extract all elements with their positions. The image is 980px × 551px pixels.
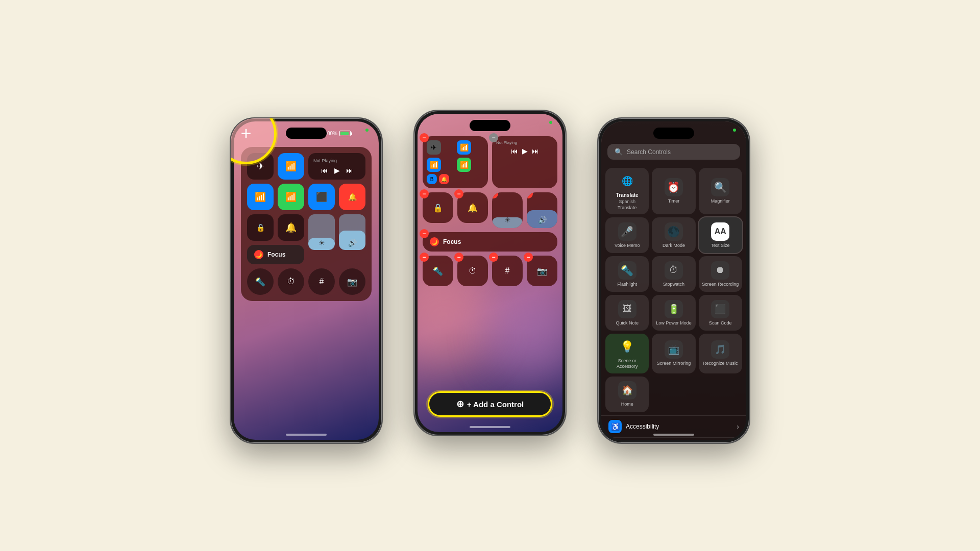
bottom-nav-row: ⊕ ⊞ 🔒 ⬛	[601, 437, 746, 440]
play-btn[interactable]: ▶	[334, 166, 340, 174]
accessibility-icon: ♿	[608, 420, 622, 433]
next-btn[interactable]: ⏭	[346, 166, 353, 174]
timer-label: Timer	[668, 198, 680, 204]
magnifier-item[interactable]: 🔍 Magnifier	[699, 168, 742, 214]
flashlight-btn[interactable]: 🔦	[247, 268, 274, 295]
status-dot-2	[549, 121, 552, 124]
translate-sub: Spanish	[619, 199, 635, 204]
remove-bright-btn[interactable]: −	[492, 192, 498, 198]
search-placeholder: Search Controls	[627, 148, 671, 156]
scan-code-item[interactable]: ⬛ Scan Code	[699, 295, 742, 331]
timer-edit: −⏱	[457, 256, 488, 286]
media-player: Not Playing ⏮ ▶ ⏭	[308, 153, 365, 180]
stopwatch-label: Stopwatch	[663, 282, 684, 287]
translate-icon: 🌐	[618, 172, 636, 190]
mute-btn[interactable]: 🔔	[339, 184, 365, 210]
timer-icon: ⏰	[665, 178, 683, 196]
remove-fl-btn[interactable]: −	[420, 253, 429, 262]
timer-item[interactable]: ⏰ Timer	[652, 168, 695, 214]
voice-memo-icon: 🎤	[618, 222, 636, 241]
search-controls-panel: 🔍 Search Controls 🌐 Translate Spanish Tr…	[601, 121, 746, 440]
wifi-btn[interactable]: 📶	[247, 184, 274, 210]
phone-2: − ✈ 📶 📶 📶 B 🔔 − Not Playing	[413, 110, 567, 436]
dark-mode-label: Dark Mode	[663, 243, 685, 248]
flashlight-icon: 🔦	[618, 261, 636, 280]
translate-name: Translate	[616, 192, 639, 198]
recognize-music-label: Recognize Music	[703, 361, 738, 366]
magnifier-label: Magnifier	[711, 198, 730, 204]
scene-accessory-item[interactable]: 💡 Scene or Accessory	[605, 334, 649, 373]
screen-recording-icon: ⏺	[711, 261, 729, 280]
remove-vol-btn[interactable]: −	[527, 192, 533, 198]
focus-edit: − 🌙 Focus	[423, 232, 557, 252]
translate-item[interactable]: 🌐 Translate Spanish Translate	[605, 168, 649, 214]
flashlight-label: Flashlight	[617, 282, 637, 287]
magnifier-icon: 🔍	[711, 178, 729, 196]
text-size-item[interactable]: AA Text Size	[699, 217, 742, 253]
media-card: − Not Playing ⏮▶⏭	[492, 136, 557, 188]
remove-bell-btn[interactable]: −	[454, 189, 463, 198]
focus-label-2: Focus	[443, 238, 461, 245]
screen-recording-item[interactable]: ⏺ Screen Recording	[699, 256, 742, 292]
brightness-slider[interactable]: ☀	[308, 214, 335, 250]
timer-btn[interactable]: ⏱	[278, 268, 304, 295]
dynamic-island-3	[653, 128, 694, 139]
text-size-icon: AA	[711, 222, 729, 241]
bell-edit: −🔔	[457, 192, 488, 223]
screen-mirroring-item[interactable]: 📺 Screen Mirroring	[652, 334, 695, 373]
stopwatch-item[interactable]: ⏱ Stopwatch	[652, 256, 695, 292]
remove-media-btn[interactable]: −	[489, 133, 498, 142]
prev-btn[interactable]: ⏮	[321, 166, 328, 174]
wifi-calling-btn[interactable]: 📶	[278, 153, 304, 180]
voice-memo-item[interactable]: 🎤 Voice Memo	[605, 217, 649, 253]
dark-mode-item[interactable]: 🌑 Dark Mode	[652, 217, 695, 253]
fl-edit: −🔦	[423, 256, 453, 286]
home-item[interactable]: 🏠 Home	[605, 377, 649, 412]
focus-btn[interactable]: 🌙 Focus	[247, 245, 304, 264]
dynamic-island	[286, 128, 327, 139]
accessibility-label: Accessibility	[626, 423, 659, 430]
camera-btn[interactable]: 📷	[339, 268, 365, 295]
volume-slider[interactable]: 🔊	[339, 214, 365, 250]
not-playing-2: Not Playing	[496, 140, 553, 145]
status-dot	[365, 129, 369, 132]
calc-edit: −#	[492, 256, 523, 286]
flashlight-item[interactable]: 🔦 Flashlight	[605, 256, 649, 292]
signal-btn[interactable]: 📶	[278, 184, 304, 210]
dynamic-island-2	[470, 120, 510, 131]
remove-cam-btn[interactable]: −	[524, 253, 533, 262]
quick-note-icon: 🖼	[618, 300, 636, 318]
wifi-calling-icon: 📶	[457, 140, 471, 155]
remove-focus-btn[interactable]: −	[420, 229, 429, 238]
status-dot-3	[733, 129, 736, 132]
bell-btn[interactable]: 🔔	[278, 214, 304, 241]
remove-calc-btn[interactable]: −	[489, 253, 498, 262]
scan-code-label: Scan Code	[709, 320, 732, 326]
search-bar[interactable]: 🔍 Search Controls	[607, 144, 740, 160]
quick-note-item[interactable]: 🖼 Quick Note	[605, 295, 649, 331]
remove-timer-btn[interactable]: −	[454, 253, 463, 262]
remove-rot-btn[interactable]: −	[420, 189, 429, 198]
low-power-item[interactable]: 🔋 Low Power Mode	[652, 295, 695, 331]
dark-mode-icon: 🌑	[665, 222, 683, 241]
quick-note-label: Quick Note	[616, 320, 639, 326]
calculator-btn[interactable]: #	[308, 268, 335, 295]
home-indicator-2	[470, 426, 510, 428]
scan-code-icon: ⬛	[711, 300, 729, 318]
add-control-btn[interactable]: ⊕ + Add a Control	[428, 391, 552, 417]
phone-1: + 100% ✈ 📶 Not Playing	[230, 117, 383, 444]
signal-icon: 📶	[457, 158, 471, 172]
home-indicator-3	[653, 434, 694, 436]
volume-edit: − 🔊	[527, 192, 557, 228]
recognize-music-item[interactable]: 🎵 Recognize Music	[699, 334, 742, 373]
wifi-icon: 📶	[427, 158, 441, 172]
screen-mirroring-icon: 📺	[665, 340, 683, 359]
remove-network-btn[interactable]: −	[420, 133, 429, 142]
scene-accessory-icon: 💡	[618, 338, 636, 356]
home-icon: 🏠	[618, 381, 636, 399]
bluetooth-btn[interactable]: ⬛	[308, 184, 335, 210]
brightness-edit: − ☀	[492, 192, 523, 228]
rotation-lock-btn[interactable]: 🔒	[247, 214, 274, 241]
chevron-right-icon: ›	[737, 422, 739, 431]
network-card: − ✈ 📶 📶 📶 B 🔔	[423, 136, 488, 188]
